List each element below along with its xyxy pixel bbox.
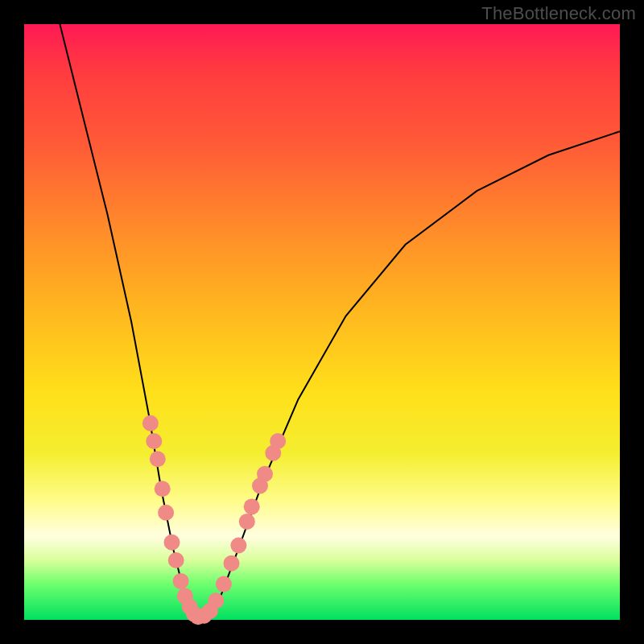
data-dot [164,535,180,551]
data-dot [146,433,162,449]
data-dot [142,415,159,431]
watermark-text: TheBottleneck.com [481,3,636,24]
data-dot [270,433,286,449]
data-dot [168,552,184,568]
data-dot [216,576,232,592]
chart-svg [24,24,620,620]
data-dot [150,451,166,467]
data-dot [239,514,255,530]
data-dot [230,538,246,554]
curve-left-branch [60,24,196,617]
data-dot [208,592,224,609]
curve-right-branch [197,131,620,617]
data-dot [257,466,273,482]
data-dot [173,573,189,589]
chart-frame: TheBottleneck.com [0,0,644,644]
data-dot [158,505,174,521]
dots-group [142,415,286,625]
data-dot [224,555,240,572]
data-dot [244,498,260,514]
plot-area [24,24,620,620]
data-dot [155,481,171,497]
